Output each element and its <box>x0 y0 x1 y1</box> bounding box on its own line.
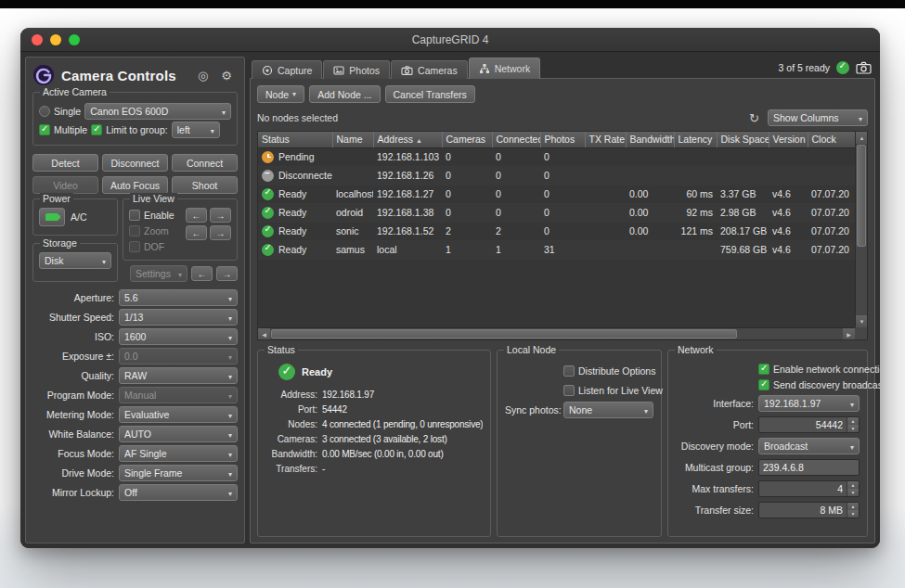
tab-capture[interactable]: Capture <box>252 60 322 79</box>
horizontal-scroll-thumb[interactable] <box>271 329 737 339</box>
tab-photos[interactable]: Photos <box>323 60 390 79</box>
crosshair-icon[interactable]: ◎ <box>198 70 208 82</box>
disconnect-button[interactable]: Disconnect <box>102 154 168 172</box>
enable-network-checkbox[interactable] <box>758 364 769 375</box>
vertical-scrollbar[interactable] <box>855 132 867 327</box>
camera-setting-dropdown[interactable]: Evaluative <box>119 406 238 423</box>
column-header[interactable]: Status <box>258 132 332 147</box>
tab-cameras[interactable]: Cameras <box>391 60 468 79</box>
horizontal-scrollbar[interactable] <box>258 327 855 339</box>
camera-setting-dropdown[interactable]: AUTO <box>119 426 238 442</box>
multicast-group-input[interactable]: 239.4.6.8 <box>758 459 860 476</box>
transfer-size-spinner[interactable]: 8 MB <box>758 502 860 518</box>
camera-icon[interactable] <box>856 61 872 74</box>
close-button[interactable] <box>32 34 43 45</box>
network-icon <box>479 63 490 74</box>
listen-live-view-checkbox[interactable] <box>563 385 575 396</box>
gear-icon[interactable]: ⚙ <box>221 70 232 82</box>
camera-setting-row: Metering Mode: Evaluative <box>32 406 238 422</box>
zoom-prev-button[interactable] <box>186 225 207 240</box>
nodes-table-area: Status Name Address▲ Cameras Connected <box>257 131 868 340</box>
column-header[interactable]: Cameras <box>442 132 492 147</box>
tab-network[interactable]: Network <box>469 58 541 79</box>
battery-power-button[interactable] <box>39 208 65 226</box>
camera-setting-dropdown[interactable]: 5.6 <box>119 289 238 306</box>
max-transfers-spinner[interactable]: 4 <box>758 480 860 497</box>
live-view-enable-checkbox[interactable] <box>129 210 140 221</box>
node-row[interactable]: Ready sonic 192.168.1.52 2 2 0 0.00 121 <box>258 222 855 240</box>
spin-down-icon[interactable] <box>847 510 859 518</box>
video-button[interactable]: Video <box>32 176 98 194</box>
spin-up-icon[interactable] <box>847 503 859 510</box>
storage-group: Storage Disk <box>32 243 118 282</box>
sync-photos-dropdown[interactable]: None <box>563 402 653 418</box>
scroll-left-icon[interactable] <box>258 328 270 340</box>
limit-to-group-checkbox[interactable] <box>91 124 102 135</box>
column-header[interactable]: Version <box>769 132 808 147</box>
status-row: Bandwidth: 0.00 MB/sec (0.00 in, 0.00 ou… <box>265 446 483 461</box>
column-header[interactable]: Latency <box>674 132 717 147</box>
node-row[interactable]: Pending 192.168.1.103 0 0 0 <box>258 147 855 166</box>
scroll-right-icon[interactable] <box>843 328 855 340</box>
chevron-down-icon <box>225 351 232 362</box>
spin-up-icon[interactable] <box>847 481 859 489</box>
live-view-next-button[interactable] <box>210 208 231 223</box>
live-view-dof-checkbox[interactable] <box>129 241 140 252</box>
camera-setting-dropdown[interactable]: Off <box>119 484 238 501</box>
vertical-scroll-thumb[interactable] <box>857 145 866 247</box>
node-menu-button[interactable]: Node <box>257 85 304 103</box>
refresh-icon[interactable] <box>747 112 761 124</box>
focus-step-right-button[interactable] <box>216 266 238 281</box>
live-view-settings-dropdown[interactable]: Settings <box>130 265 187 282</box>
focus-step-left-button[interactable] <box>191 266 213 281</box>
node-row[interactable]: Disconnected 192.168.1.26 0 0 0 <box>258 166 855 185</box>
zoom-button[interactable] <box>69 34 80 45</box>
cancel-transfers-button[interactable]: Cancel Transfers <box>385 85 475 103</box>
scroll-down-icon[interactable] <box>856 315 868 327</box>
connect-button[interactable]: Connect <box>172 154 238 172</box>
camera-setting-dropdown[interactable]: Single Frame <box>119 465 238 481</box>
add-node-button[interactable]: Add Node ... <box>309 85 380 103</box>
column-header[interactable]: Connected <box>492 132 540 147</box>
storage-disk-dropdown[interactable]: Disk <box>39 252 111 269</box>
auto-focus-button[interactable]: Auto Focus <box>102 176 168 194</box>
column-header[interactable]: Bandwidth <box>626 132 674 147</box>
multiple-checkbox[interactable] <box>39 124 50 135</box>
scroll-up-icon[interactable] <box>856 132 868 144</box>
node-row[interactable]: Ready samus local 1 1 31 <box>258 240 855 259</box>
camera-setting-dropdown[interactable]: Manual <box>119 387 238 403</box>
column-header[interactable]: Clock <box>808 132 855 147</box>
send-discovery-checkbox[interactable] <box>758 379 769 390</box>
spin-down-icon[interactable] <box>847 489 859 496</box>
column-header[interactable]: Address▲ <box>373 132 442 147</box>
spin-down-icon[interactable] <box>847 425 859 432</box>
interface-dropdown[interactable]: 192.168.1.97 <box>758 395 860 412</box>
shoot-button[interactable]: Shoot <box>172 176 238 194</box>
live-view-prev-button[interactable] <box>186 208 207 223</box>
spin-up-icon[interactable] <box>847 417 859 425</box>
group-dropdown[interactable]: left <box>172 121 220 138</box>
minimize-button[interactable] <box>50 34 61 45</box>
node-row[interactable]: Ready odroid 192.168.1.38 0 0 0 0.00 92 <box>258 203 855 222</box>
column-header[interactable]: Name <box>332 132 373 147</box>
single-radio[interactable] <box>39 106 50 117</box>
camera-setting-dropdown[interactable]: RAW <box>119 367 238 384</box>
live-view-zoom-checkbox[interactable] <box>129 225 140 236</box>
titlebar[interactable]: CaptureGRID 4 <box>20 28 880 52</box>
discovery-mode-dropdown[interactable]: Broadcast <box>758 438 860 454</box>
column-header[interactable]: Disk Space <box>717 132 769 147</box>
camera-setting-dropdown[interactable]: AF Single <box>119 445 238 462</box>
column-header[interactable]: Photos <box>540 132 585 147</box>
node-row[interactable]: Ready localhost 192.168.1.27 0 0 0 0.00 <box>258 185 855 203</box>
camera-setting-dropdown[interactable]: 0.0 <box>119 348 238 364</box>
column-header[interactable]: TX Rate <box>585 132 626 147</box>
port-spinner[interactable]: 54442 <box>758 416 860 433</box>
detect-button[interactable]: Detect <box>32 154 98 172</box>
camera-setting-dropdown[interactable]: 1/13 <box>119 309 238 326</box>
distribute-options-checkbox[interactable] <box>563 365 575 377</box>
camera-setting-dropdown[interactable]: 1600 <box>119 328 238 345</box>
chevron-down-icon <box>640 404 648 415</box>
zoom-next-button[interactable] <box>210 225 231 240</box>
camera-model-dropdown[interactable]: Canon EOS 600D <box>84 103 231 120</box>
show-columns-dropdown[interactable]: Show Columns <box>768 109 868 126</box>
